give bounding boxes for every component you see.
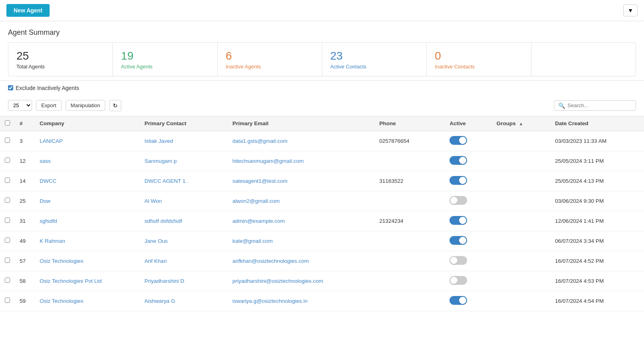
- summary-card-3: 23Active Contacts: [322, 43, 427, 76]
- row-email[interactable]: hitechsanmugam@gmail.com: [228, 151, 375, 171]
- row-checkbox-0[interactable]: [5, 138, 10, 143]
- row-company[interactable]: Osiz Technologies: [35, 251, 140, 271]
- row-company[interactable]: Osiz Technologies Pvt Ltd: [35, 271, 140, 291]
- row-groups: [492, 291, 550, 311]
- table-row: 59Osiz TechnologiesAishwarya Giswariya.g…: [0, 291, 644, 311]
- summary-label-2: Inactive Agents: [226, 64, 314, 70]
- row-id: 31: [15, 211, 35, 231]
- row-phone: [375, 151, 445, 171]
- row-email[interactable]: kate@gmail.com: [228, 231, 375, 251]
- row-company[interactable]: Dow: [35, 191, 140, 211]
- row-groups: [492, 151, 550, 171]
- row-checkbox-8[interactable]: [5, 298, 10, 303]
- row-contact[interactable]: Jane Ous: [140, 231, 228, 251]
- summary-cards: 25Total Agents19Active Agents6Inactive A…: [8, 42, 636, 76]
- summary-card-1: 19Active Agents: [113, 43, 217, 76]
- row-groups: [492, 131, 550, 151]
- row-contact[interactable]: Aishwarya G: [140, 291, 228, 311]
- row-checkbox-2[interactable]: [5, 178, 10, 183]
- header-contact: Primary Contact: [140, 116, 228, 131]
- select-all-checkbox[interactable]: [5, 120, 10, 126]
- active-toggle-1[interactable]: [449, 156, 467, 165]
- row-checkbox-7[interactable]: [5, 278, 10, 283]
- row-email[interactable]: priyadharshini@osiztechnologies.com: [228, 271, 375, 291]
- row-date: 16/07/2024 4:52 PM: [550, 251, 644, 271]
- row-checkbox-3[interactable]: [5, 198, 10, 203]
- row-groups: [492, 231, 550, 251]
- manipulation-button[interactable]: Manipulation: [66, 100, 106, 111]
- row-company[interactable]: sgfsdfd: [35, 211, 140, 231]
- row-contact[interactable]: Sanmugam p: [140, 151, 228, 171]
- header-active: Active: [445, 116, 492, 131]
- search-box: 🔍: [554, 100, 636, 111]
- row-contact[interactable]: DWCC AGENT 1 .: [140, 171, 228, 191]
- row-email[interactable]: admin@example.com: [228, 211, 375, 231]
- summary-num-1: 19: [121, 49, 209, 63]
- active-toggle-6[interactable]: [449, 256, 467, 265]
- summary-num-4: 0: [435, 49, 523, 63]
- filter-button[interactable]: ▼: [623, 4, 638, 16]
- row-company[interactable]: DWCC: [35, 171, 140, 191]
- row-email[interactable]: salesagent1@test.com: [228, 171, 375, 191]
- toolbar-left: 102550100 Export Manipulation ↻: [8, 100, 121, 111]
- header-id: #: [15, 116, 35, 131]
- active-toggle-2[interactable]: [449, 176, 467, 185]
- row-checkbox-5[interactable]: [5, 238, 10, 243]
- row-checkbox-6[interactable]: [5, 258, 10, 263]
- header-groups[interactable]: Groups ▲: [492, 116, 550, 131]
- table-row: 14DWCCDWCC AGENT 1 .salesagent1@test.com…: [0, 171, 644, 191]
- row-company[interactable]: sass: [35, 151, 140, 171]
- row-company[interactable]: LANICAP: [35, 131, 140, 151]
- row-contact[interactable]: Al Won: [140, 191, 228, 211]
- row-checkbox-4[interactable]: [5, 218, 10, 223]
- summary-num-3: 23: [330, 49, 418, 63]
- row-company[interactable]: K Rahman: [35, 231, 140, 251]
- row-company[interactable]: Osiz Technologies: [35, 291, 140, 311]
- exclude-inactive-label: Exclude Inactively Agents: [16, 85, 79, 91]
- active-toggle-3[interactable]: [449, 196, 467, 205]
- summary-label-1: Active Agents: [121, 64, 209, 70]
- row-id: 14: [15, 171, 35, 191]
- table-header: # Company Primary Contact Primary Email …: [0, 116, 644, 131]
- summary-label-0: Total Agents: [16, 64, 104, 70]
- row-email[interactable]: iswariya.g@osiztechnologies.in: [228, 291, 375, 311]
- exclude-check-row: Exclude Inactively Agents: [0, 81, 644, 91]
- refresh-button[interactable]: ↻: [109, 100, 121, 111]
- row-contact[interactable]: Istiak Javed: [140, 131, 228, 151]
- summary-card-0: 25Total Agents: [8, 43, 113, 76]
- row-active-cell: [445, 191, 492, 211]
- exclude-inactive-checkbox[interactable]: [8, 85, 13, 90]
- new-agent-button[interactable]: New Agent: [6, 4, 50, 17]
- toggle-knob-4: [459, 217, 466, 224]
- active-toggle-4[interactable]: [449, 216, 467, 225]
- row-active-cell: [445, 131, 492, 151]
- row-contact[interactable]: Arif Khan: [140, 251, 228, 271]
- top-bar: New Agent ▼: [0, 0, 644, 21]
- row-email[interactable]: alwon2@gmall.com: [228, 191, 375, 211]
- active-toggle-8[interactable]: [449, 296, 467, 305]
- header-checkbox-cell: [0, 116, 15, 131]
- active-toggle-5[interactable]: [449, 236, 467, 245]
- table-row: 31sgfsdfdsdfsdf dsfdsfsdfadmin@example.c…: [0, 211, 644, 231]
- row-phone: 0257876654: [375, 131, 445, 151]
- row-checkbox-1[interactable]: [5, 158, 10, 163]
- row-phone: 21324234: [375, 211, 445, 231]
- table-row: 12sassSanmugam phitechsanmugam@gmail.com…: [0, 151, 644, 171]
- toggle-knob-5: [459, 237, 466, 244]
- toggle-knob-7: [450, 277, 457, 284]
- active-toggle-0[interactable]: [449, 136, 467, 145]
- search-input[interactable]: [568, 102, 632, 108]
- export-button[interactable]: Export: [36, 100, 62, 111]
- row-contact[interactable]: Priyadharshini D: [140, 271, 228, 291]
- row-date: 03/06/2024 9:30 PM: [550, 191, 644, 211]
- table-body: 3LANICAPIstiak Javeddata1.gsts@gmail.com…: [0, 131, 644, 311]
- header-email: Primary Email: [228, 116, 375, 131]
- row-date: 06/07/2024 3:34 PM: [550, 231, 644, 251]
- row-email[interactable]: arifkhan@osiztechnologies.com: [228, 251, 375, 271]
- toggle-knob-8: [459, 297, 466, 304]
- row-contact[interactable]: sdfsdf dsfdsfsdf: [140, 211, 228, 231]
- row-email[interactable]: data1.gsts@gmail.com: [228, 131, 375, 151]
- page-size-select[interactable]: 102550100: [8, 100, 32, 111]
- active-toggle-7[interactable]: [449, 276, 467, 285]
- row-id: 57: [15, 251, 35, 271]
